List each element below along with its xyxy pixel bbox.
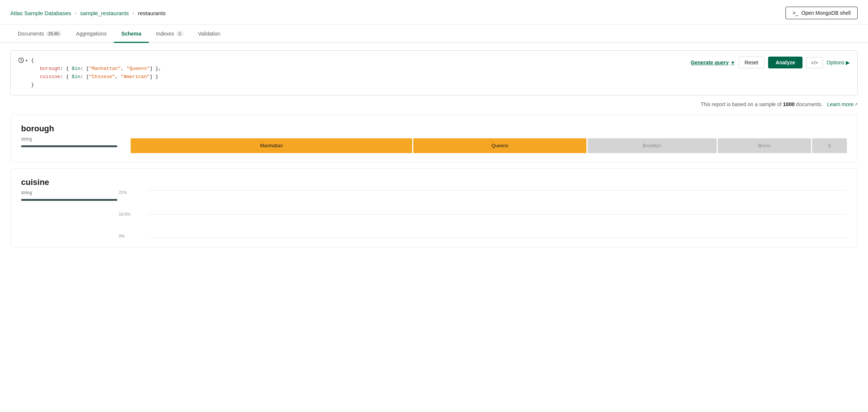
cuisine-field-type: string	[21, 190, 125, 195]
tab-documents-label: Documents	[18, 31, 44, 37]
breadcrumb-collection: restaurants	[138, 10, 166, 16]
options-button[interactable]: Options ▶	[827, 60, 850, 65]
cuisine-chart: string 21% 10.5% 0%	[21, 190, 847, 238]
open-shell-label: Open MongoDB shell	[801, 10, 851, 16]
breadcrumb-sep2: ›	[132, 10, 134, 16]
borough-row: string Manhattan Queens Brooklyn Bronx S	[21, 136, 847, 153]
tab-documents[interactable]: Documents 25.4K	[10, 25, 69, 43]
query-actions: Generate query ✦ Reset Analyze </> Optio…	[691, 57, 850, 68]
breadcrumb-db[interactable]: sample_restaurants	[80, 10, 129, 16]
learn-more-link[interactable]: Learn more ↗	[827, 101, 858, 107]
chevron-down-icon: ▾	[26, 58, 27, 63]
cuisine-field-card: cuisine string 21% 10.5% 0%	[10, 168, 858, 247]
cuisine-field-name: cuisine	[21, 178, 847, 187]
borough-bar-staten[interactable]: S	[812, 138, 847, 153]
borough-field-type: string	[21, 136, 125, 142]
tab-indexes[interactable]: Indexes 1	[149, 25, 191, 43]
tabs-bar: Documents 25.4K Aggregations Schema Inde…	[0, 25, 868, 43]
sample-info: This report is based on a sample of 1000…	[10, 101, 858, 107]
breadcrumb-sep1: ›	[75, 10, 76, 16]
tab-schema[interactable]: Schema	[114, 25, 149, 43]
header: Atlas Sample Databases › sample_restaura…	[0, 0, 868, 25]
cuisine-y-labels: 21% 10.5% 0%	[119, 190, 130, 238]
borough-bars: Manhattan Queens Brooklyn Bronx S	[131, 138, 847, 153]
cuisine-right: 21% 10.5% 0%	[132, 190, 847, 238]
borough-bar-queens[interactable]: Queens	[413, 138, 586, 153]
tab-documents-badge: 25.4K	[46, 31, 61, 36]
breadcrumb-root[interactable]: Atlas Sample Databases	[10, 10, 71, 16]
tab-validation-label: Validation	[198, 31, 220, 37]
sample-text-after: documents.	[796, 101, 822, 107]
external-link-icon: ↗	[854, 102, 858, 107]
borough-bar-brooklyn[interactable]: Brooklyn	[588, 138, 717, 153]
borough-left: string	[21, 136, 125, 153]
y-label-top: 21%	[119, 190, 130, 195]
cuisine-left: string	[21, 190, 125, 207]
borough-completeness-bar	[21, 145, 117, 147]
cuisine-completeness-bar	[21, 199, 117, 201]
sample-text-before: This report is based on a sample of	[701, 101, 783, 107]
query-history-button[interactable]: ▾	[18, 57, 27, 63]
shell-icon: >_	[793, 10, 798, 16]
sample-count: 1000	[783, 101, 794, 107]
query-editor: ▾ { borough: { $in: ["Manhattan", "Queen…	[10, 50, 858, 95]
query-left: ▾ { borough: { $in: ["Manhattan", "Queen…	[18, 57, 161, 89]
cuisine-chart-area	[148, 190, 847, 238]
borough-field-name: borough	[21, 124, 847, 134]
tab-validation[interactable]: Validation	[191, 25, 228, 43]
tab-aggregations[interactable]: Aggregations	[69, 25, 114, 43]
breadcrumb: Atlas Sample Databases › sample_restaura…	[10, 10, 166, 16]
y-label-bot: 0%	[119, 234, 130, 238]
main-content: ▾ { borough: { $in: ["Manhattan", "Queen…	[0, 43, 868, 261]
tab-aggregations-label: Aggregations	[76, 31, 107, 37]
analyze-button[interactable]: Analyze	[768, 57, 803, 68]
generate-query-button[interactable]: Generate query ✦	[691, 60, 735, 65]
generate-query-label: Generate query	[691, 60, 729, 65]
sparkle-icon: ✦	[731, 60, 735, 65]
tab-schema-label: Schema	[121, 31, 141, 37]
query-toolbar: ▾ { borough: { $in: ["Manhattan", "Queen…	[18, 57, 850, 89]
open-shell-button[interactable]: >_ Open MongoDB shell	[785, 7, 858, 19]
code-button[interactable]: </>	[806, 57, 823, 68]
borough-field-card: borough string Manhattan Queens Brooklyn…	[10, 115, 858, 162]
query-code: { borough: { $in: ["Manhattan", "Queens"…	[31, 57, 161, 89]
borough-bar-manhattan[interactable]: Manhattan	[131, 138, 412, 153]
tab-indexes-label: Indexes	[156, 31, 174, 37]
reset-button[interactable]: Reset	[739, 57, 765, 68]
tab-indexes-badge: 1	[176, 31, 183, 36]
borough-bar-bronx[interactable]: Bronx	[718, 138, 811, 153]
y-label-mid: 10.5%	[119, 212, 130, 216]
